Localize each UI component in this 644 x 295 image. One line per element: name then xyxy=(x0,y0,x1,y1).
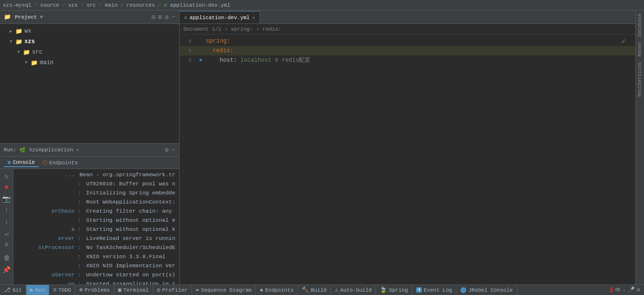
msg-12: Undertow started on port(s) 8000 (http) … xyxy=(83,270,175,279)
msg-3: Initializing Spring embedded WebApplicat… xyxy=(83,188,175,197)
run-icon: ▶ xyxy=(30,286,34,294)
run-minimize-icon[interactable]: − xyxy=(171,147,175,154)
breadcrumb-part-3[interactable]: xzs xyxy=(68,2,78,8)
status-jrebel[interactable]: ⬤ JRebel Console xyxy=(456,285,517,295)
scroll-up-icon[interactable]: ↑ xyxy=(2,205,11,215)
code-line-5: 5 redis: xyxy=(180,46,635,56)
status-endpoints[interactable]: ◈ Endpoints xyxy=(256,285,298,295)
run-toolbar: ↻ ■ 📷 ↑ ↓ ↵ ≡ 🗑 📌 xyxy=(0,169,13,284)
settings-icon[interactable]: ⚙ xyxy=(165,13,169,21)
msg-11: XNIO NIO Implementation Version 3.3.8.Fi… xyxy=(83,261,175,270)
status-profiler[interactable]: ◎ Profiler xyxy=(153,285,192,295)
tree-item-wx[interactable]: ▶ 📁 wx xyxy=(0,26,179,36)
expand-all-icon[interactable]: ⊞ xyxy=(158,13,162,21)
status-build[interactable]: 🔨 Build xyxy=(298,285,331,295)
wrap-icon[interactable]: ↵ xyxy=(2,228,11,238)
breadcrumb-part-5[interactable]: main xyxy=(105,2,117,8)
stop-icon[interactable]: ■ xyxy=(2,182,11,192)
src-5: erChain xyxy=(17,206,75,216)
console-line-9: stProcessor : No TaskScheduler/Scheduled… xyxy=(13,243,179,252)
console-output: ... Bean - org.springframework.transacti… xyxy=(13,169,179,284)
git-label: Git xyxy=(12,287,22,293)
spring-icon: 🍃 xyxy=(380,286,387,294)
tab-application-dev-yml[interactable]: ⚙ application-dev.yml ✕ xyxy=(180,11,260,23)
src-1: ... xyxy=(17,170,75,179)
status-autobuild[interactable]: ⚠ Auto-build xyxy=(331,285,376,295)
msg-1: Bean - org.springframework.transaction.a… xyxy=(79,170,175,179)
src-2 xyxy=(17,179,75,188)
rerun-icon[interactable]: ↻ xyxy=(2,171,11,181)
code-5: redis: xyxy=(206,46,635,56)
colon-6: : xyxy=(78,216,81,225)
pin-icon[interactable]: 📌 xyxy=(2,265,11,274)
console-line-11: : XNIO NIO Implementation Version 3.3.8.… xyxy=(13,261,179,270)
main-folder-icon: 📁 xyxy=(31,59,38,67)
database-label[interactable]: Database xyxy=(636,11,644,39)
right-panel: Database Maven RestServices xyxy=(635,11,644,284)
src-3 xyxy=(17,188,75,197)
src-9: stProcessor xyxy=(17,243,75,252)
clear-icon[interactable]: 🗑 xyxy=(2,253,11,263)
minimize-icon[interactable]: − xyxy=(171,13,175,21)
filter-icon[interactable]: ≡ xyxy=(2,240,11,250)
breadcrumb-part-1[interactable]: xzs-mysql xyxy=(3,2,31,8)
console-line-3: : Initializing Spring embedded WebApplic… xyxy=(13,188,179,197)
status-terminal[interactable]: ▣ Terminal xyxy=(114,285,153,295)
tree-item-src[interactable]: ▼ 📁 src xyxy=(0,47,179,57)
status-sequence[interactable]: ⇌ Sequence Diagram xyxy=(192,285,256,295)
wx-folder-icon: 📁 xyxy=(15,28,23,35)
run-header-left: Run: 🌿 XzsApplication ✕ xyxy=(4,147,79,153)
endpoints-icon: ⬡ xyxy=(43,159,47,166)
console-line-8: erver : LiveReload server is running on … xyxy=(13,234,179,243)
sidebar-actions: ⊟ ⊞ ⚙ − xyxy=(152,13,175,21)
breadcrumb-file[interactable]: ⚙ application-dev.yml xyxy=(164,2,230,8)
editor-content[interactable]: ✓ 4 spring: 5 redis: 6 ▶ host: localhost… xyxy=(180,34,635,284)
breadcrumb-part-6[interactable]: resources xyxy=(126,2,155,8)
autobuild-icon: ⚠ xyxy=(335,286,338,294)
project-dropdown-icon[interactable]: ▼ xyxy=(40,14,43,20)
sep4: / xyxy=(99,2,102,8)
colon-10: : xyxy=(78,252,81,261)
run-tab-close[interactable]: ✕ xyxy=(76,147,79,153)
msg-2: UT026010: Buffer pool was not set on Web… xyxy=(83,179,175,188)
status-run[interactable]: ▶ Run xyxy=(26,285,49,295)
status-eventlog[interactable]: 4 Event Log xyxy=(412,285,456,295)
tab-endpoints[interactable]: ⬡ Endpoints xyxy=(39,159,81,167)
breadcrumb-part-2[interactable]: source xyxy=(40,2,59,8)
status-problems[interactable]: ⊕ Problems xyxy=(75,285,114,295)
app-container: xzs-mysql / source / xzs / src / main / … xyxy=(0,0,644,295)
console-line-7: a : Starting without optional kqueue lib… xyxy=(13,225,179,234)
maven-label[interactable]: Maven xyxy=(636,39,644,59)
status-bar-right: S 中 · 🎤 ⊞ xyxy=(606,286,644,294)
src-6 xyxy=(17,216,75,225)
wx-arrow: ▶ xyxy=(10,29,14,34)
tab-close-icon[interactable]: ✕ xyxy=(252,15,255,21)
src-12: oServer xyxy=(17,270,75,279)
run-settings-icon[interactable]: ⚙ xyxy=(165,146,169,154)
status-todo[interactable]: ≡ TODO xyxy=(49,285,76,295)
tree-item-xzs[interactable]: ▼ 📁 xzs xyxy=(0,36,179,47)
restservices-label[interactable]: RestServices xyxy=(636,59,644,100)
sep6: / xyxy=(158,2,161,8)
status-spring[interactable]: 🍃 Spring xyxy=(376,285,412,295)
scroll-down-icon[interactable]: ↓ xyxy=(2,217,11,227)
colon-12: : xyxy=(78,270,81,279)
console-label: Console xyxy=(13,159,35,165)
project-title: Project xyxy=(15,14,37,20)
colon-9: : xyxy=(78,243,81,252)
autobuild-label: Auto-build xyxy=(340,287,372,293)
editor-tabs: ⚙ application-dev.yml ✕ xyxy=(180,11,635,24)
collapse-all-icon[interactable]: ⊟ xyxy=(152,13,156,21)
src-label: src xyxy=(32,49,43,56)
camera-icon[interactable]: 📷 xyxy=(2,194,11,204)
tab-console[interactable]: ▣ Console xyxy=(4,158,39,167)
status-git[interactable]: ⎇ Git xyxy=(0,285,26,295)
eventlog-label: Event Log xyxy=(424,287,452,293)
breadcrumb-part-4[interactable]: src xyxy=(87,2,96,8)
breadcrumb-bar: xzs-mysql / source / xzs / src / main / … xyxy=(0,0,644,11)
tree-item-main[interactable]: ▼ 📁 main xyxy=(0,57,179,68)
run-app-name[interactable]: XzsApplication xyxy=(29,147,73,153)
sep3: / xyxy=(80,2,84,8)
main-label: main xyxy=(40,59,54,66)
colon-7: : xyxy=(78,225,81,234)
